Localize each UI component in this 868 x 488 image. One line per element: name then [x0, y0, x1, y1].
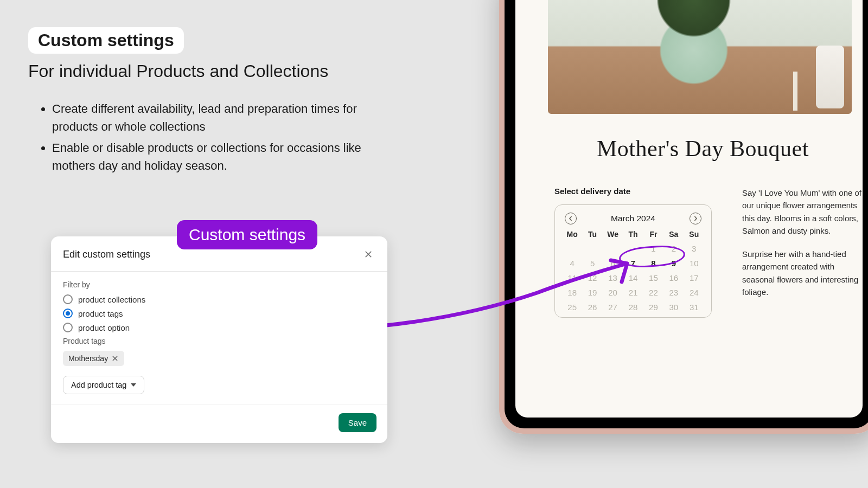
calendar-day[interactable]: 13 — [603, 273, 622, 282]
modal-title: Edit custom settings — [63, 249, 150, 260]
delivery-calendar: March 2024 MoTuWeThFrSaSu123456789101112… — [554, 204, 712, 318]
radio-icon — [63, 323, 73, 332]
feature-bullets: Create different availability, lead and … — [52, 100, 435, 175]
calendar-day[interactable]: 21 — [623, 288, 642, 297]
bullet-item: Enable or disable products or collection… — [52, 139, 399, 175]
radio-icon — [63, 294, 73, 304]
calendar-day[interactable]: 7 — [623, 259, 642, 268]
calendar-day[interactable]: 1 — [644, 244, 663, 253]
calendar-dow: Tu — [583, 230, 602, 239]
calendar-day — [623, 244, 642, 253]
radio-product-option[interactable]: product option — [63, 323, 375, 332]
tag-chip: Mothersday — [63, 351, 124, 366]
radio-product-tags[interactable]: product tags — [63, 309, 375, 318]
calendar-day — [563, 244, 582, 253]
add-tag-label: Add product tag — [71, 381, 126, 389]
chevron-down-icon — [131, 383, 136, 387]
product-description: Say 'I Love You Mum' with one of our uni… — [742, 187, 863, 318]
calendar-day[interactable]: 29 — [644, 303, 663, 312]
calendar-day[interactable]: 17 — [685, 273, 704, 282]
remove-tag-icon[interactable] — [111, 355, 119, 362]
calendar-day[interactable]: 11 — [563, 273, 582, 282]
select-date-label: Select delivery date — [554, 187, 712, 196]
calendar-day[interactable]: 12 — [583, 273, 602, 282]
page-subtitle: For individual Products and Collections — [28, 61, 435, 81]
tablet-screen: Mother's Day Bouquet Select delivery dat… — [515, 0, 863, 418]
calendar-day[interactable]: 26 — [583, 303, 602, 312]
filter-by-label: Filter by — [63, 280, 375, 289]
description-paragraph: Surprise her with a hand-tied arrangemen… — [742, 248, 863, 298]
tag-text: Mothersday — [68, 354, 108, 363]
calendar-day[interactable]: 23 — [664, 288, 683, 297]
calendar-day — [583, 244, 602, 253]
calendar-day[interactable]: 28 — [623, 303, 642, 312]
calendar-dow: Sa — [664, 230, 683, 239]
calendar-day[interactable]: 4 — [563, 259, 582, 268]
product-tags-label: Product tags — [63, 337, 375, 345]
calendar-day[interactable]: 10 — [685, 259, 704, 268]
calendar-day[interactable]: 14 — [623, 273, 642, 282]
radio-label: product collections — [78, 295, 145, 304]
calendar-day[interactable]: 20 — [603, 288, 622, 297]
calendar-day[interactable]: 27 — [603, 303, 622, 312]
calendar-day[interactable]: 19 — [583, 288, 602, 297]
calendar-day[interactable]: 22 — [644, 288, 663, 297]
radio-label: product tags — [78, 309, 123, 318]
custom-settings-badge: Custom settings — [177, 220, 317, 249]
product-title: Mother's Day Bouquet — [597, 136, 863, 162]
calendar-day[interactable]: 9 — [664, 259, 683, 268]
tablet-device: Mother's Day Bouquet Select delivery dat… — [499, 0, 868, 434]
edit-settings-modal: Edit custom settings Filter by product c… — [51, 236, 387, 443]
add-product-tag-button[interactable]: Add product tag — [63, 376, 144, 394]
save-button[interactable]: Save — [339, 413, 376, 432]
title-badge: Custom settings — [28, 27, 184, 54]
calendar-next-button[interactable] — [690, 213, 701, 224]
calendar-day[interactable]: 15 — [644, 273, 663, 282]
calendar-dow: Mo — [563, 230, 582, 239]
calendar-day[interactable]: 16 — [664, 273, 683, 282]
close-icon[interactable] — [361, 247, 375, 261]
calendar-day[interactable]: 24 — [685, 288, 704, 297]
calendar-day[interactable]: 6 — [603, 259, 622, 268]
radio-label: product option — [78, 323, 130, 332]
bullet-item: Create different availability, lead and … — [52, 100, 399, 136]
calendar-day — [603, 244, 622, 253]
calendar-day[interactable]: 18 — [563, 288, 582, 297]
radio-icon — [63, 309, 73, 318]
description-paragraph: Say 'I Love You Mum' with one of our uni… — [742, 187, 863, 237]
calendar-day[interactable]: 30 — [664, 303, 683, 312]
calendar-day[interactable]: 31 — [685, 303, 704, 312]
calendar-prev-button[interactable] — [565, 213, 577, 224]
calendar-day[interactable]: 8 — [644, 259, 663, 268]
product-hero-image — [548, 0, 852, 114]
calendar-dow: We — [603, 230, 622, 239]
calendar-dow: Su — [685, 230, 704, 239]
calendar-dow: Th — [623, 230, 642, 239]
calendar-day[interactable]: 25 — [563, 303, 582, 312]
radio-product-collections[interactable]: product collections — [63, 294, 375, 304]
calendar-day[interactable]: 5 — [583, 259, 602, 268]
calendar-month: March 2024 — [611, 214, 655, 223]
calendar-dow: Fr — [644, 230, 663, 239]
calendar-day[interactable]: 2 — [664, 244, 683, 253]
calendar-day[interactable]: 3 — [685, 244, 704, 253]
